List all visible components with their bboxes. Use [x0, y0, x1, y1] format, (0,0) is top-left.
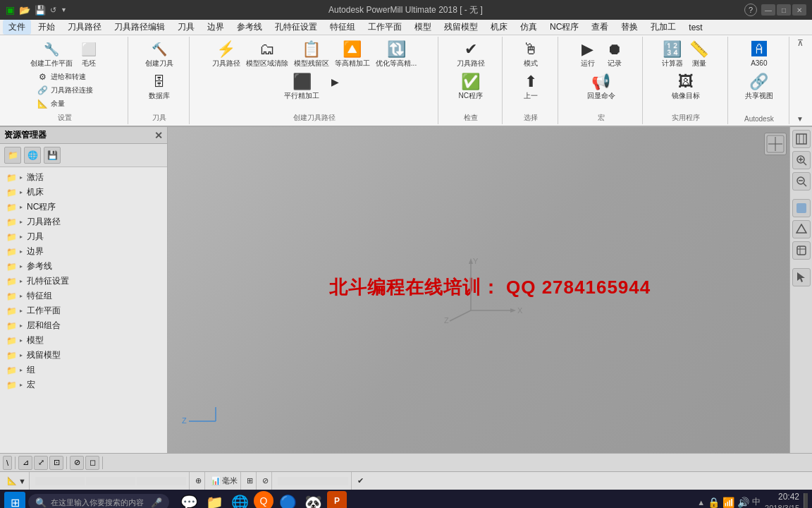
- taskbar-app-panda[interactable]: 🐼: [302, 491, 324, 508]
- status-coord-y[interactable]: [86, 477, 135, 485]
- sidebar-item-activate[interactable]: 📁 ▸ 激活: [0, 170, 167, 185]
- feedrate-button[interactable]: ⚙ 进给和转速: [35, 71, 95, 83]
- menu-simulation[interactable]: 仿真: [515, 20, 543, 35]
- menu-boundary[interactable]: 边界: [202, 20, 230, 35]
- mirror-button[interactable]: 🖼 镜像目标: [670, 71, 702, 102]
- zoom-in-button[interactable]: [792, 151, 811, 169]
- menu-feature-group[interactable]: 特征组: [324, 20, 361, 35]
- menu-toolpath-edit[interactable]: 刀具路径编辑: [109, 20, 171, 35]
- calculator-button[interactable]: 🔢 计算器: [660, 38, 685, 69]
- model-stock-area-button[interactable]: 📋 模型残留区: [292, 38, 331, 69]
- prev-button[interactable]: ⬆ 上一: [518, 71, 543, 102]
- maximize-button[interactable]: □: [777, 4, 791, 16]
- sidebar-close-button[interactable]: ✕: [154, 130, 163, 141]
- sidebar-toolbar-folder-icon[interactable]: 📁: [4, 147, 21, 164]
- draw-line-button[interactable]: \: [3, 456, 12, 470]
- sidebar-item-stock-model[interactable]: 📁 ▸ 残留模型: [0, 348, 167, 363]
- menu-tool[interactable]: 刀具: [172, 20, 200, 35]
- menu-workplane[interactable]: 工作平面: [362, 20, 407, 35]
- menu-file[interactable]: 文件: [3, 20, 31, 35]
- share-view-button[interactable]: 🔗 共享视图: [743, 71, 775, 102]
- viewport[interactable]: 北斗编程在线培训： QQ 2784165944 Y X Z Z: [168, 127, 812, 453]
- menu-hole-feature[interactable]: 孔特征设置: [269, 20, 323, 35]
- optimize-contour-button[interactable]: 🔃 优化等高精...: [374, 38, 419, 69]
- sidebar-toolbar-web-icon[interactable]: 🌐: [24, 147, 41, 164]
- menu-toolpath[interactable]: 刀具路径: [62, 20, 107, 35]
- check-toolpath-button[interactable]: ✔ 刀具路径: [455, 38, 487, 69]
- menu-nc-program[interactable]: NC程序: [544, 20, 584, 35]
- sidebar-item-nc-program[interactable]: 📁 ▸ NC程序: [0, 200, 167, 214]
- mode-button[interactable]: 🖱 模式: [518, 38, 543, 69]
- solid-view-button[interactable]: [792, 241, 811, 260]
- minimize-button[interactable]: —: [761, 4, 775, 16]
- sidebar-item-workplane[interactable]: 📁 ▸ 工作平面: [0, 303, 167, 318]
- toolpath-button[interactable]: ⚡ 刀具路径: [210, 38, 242, 69]
- zoom-out-button[interactable]: [792, 172, 811, 190]
- menu-stock-model[interactable]: 残留模型: [438, 20, 484, 35]
- status-coord-x[interactable]: [35, 477, 85, 485]
- record-macro-button[interactable]: ⏺ 记录: [602, 38, 627, 69]
- sidebar-item-reference[interactable]: 📁 ▸ 参考线: [0, 259, 167, 274]
- taskbar-app-chat[interactable]: 💬: [178, 491, 200, 508]
- create-workplane-button[interactable]: 🔧 创建工作平面: [28, 38, 75, 69]
- wireframe-view-button[interactable]: [792, 220, 811, 238]
- draw-btn-2[interactable]: ⊿: [18, 456, 32, 470]
- menu-reference[interactable]: 参考线: [231, 20, 268, 35]
- start-button[interactable]: ⊞: [4, 492, 25, 508]
- check-nc-button[interactable]: ✅ NC程序: [457, 71, 485, 102]
- status-input-field[interactable]: [278, 477, 348, 485]
- taskbar-search-box[interactable]: 🔍 在这里输入你要搜索的内容 🎤: [28, 494, 169, 508]
- draw-btn-6[interactable]: ◻: [85, 456, 99, 470]
- sidebar-item-layer-group[interactable]: 📁 ▸ 层和组合: [0, 318, 167, 333]
- zoom-fit-button[interactable]: [792, 130, 811, 148]
- close-button[interactable]: ✕: [792, 4, 806, 16]
- contour-finish-button[interactable]: 🔼 等高精加工: [333, 38, 372, 69]
- echo-command-button[interactable]: 📢 回显命令: [585, 71, 617, 102]
- measure-button[interactable]: 📏 测量: [687, 38, 712, 69]
- taskbar-app-ie[interactable]: 🔵: [276, 491, 299, 508]
- ribbon-options-icon[interactable]: ▼: [791, 115, 809, 123]
- status-coord-z[interactable]: [137, 477, 186, 485]
- sidebar-item-macro[interactable]: 📁 ▸ 宏: [0, 377, 167, 392]
- menu-view[interactable]: 查看: [586, 20, 614, 35]
- sidebar-toolbar-save-icon[interactable]: 💾: [44, 147, 61, 164]
- parallel-finish-button[interactable]: ⬛ 平行精加工: [282, 71, 321, 102]
- a360-button[interactable]: 🅰 A360: [746, 38, 772, 69]
- sidebar-item-feature-group[interactable]: 📁 ▸ 特征组: [0, 289, 167, 303]
- toolpath-connect-button[interactable]: 🔗 刀具路径连接: [35, 84, 95, 97]
- menu-start[interactable]: 开始: [32, 20, 61, 35]
- sidebar-item-model[interactable]: 📁 ▸ 模型: [0, 333, 167, 348]
- quick-access-save-icon[interactable]: 💾: [35, 5, 46, 16]
- sidebar-item-toolpath[interactable]: 📁 ▸ 刀具路径: [0, 214, 167, 229]
- menu-hole-machining[interactable]: 孔加工: [645, 20, 682, 35]
- draw-btn-5[interactable]: ⊘: [70, 456, 84, 470]
- taskbar-app-qq[interactable]: Q: [254, 491, 273, 508]
- draw-btn-4[interactable]: ⊡: [49, 456, 63, 470]
- menu-machine[interactable]: 机床: [485, 20, 513, 35]
- menu-model[interactable]: 模型: [409, 20, 437, 35]
- menu-test[interactable]: test: [683, 21, 708, 34]
- database-button[interactable]: 🗄 数据库: [147, 71, 172, 102]
- show-desktop-button[interactable]: [804, 493, 808, 508]
- ribbon-collapse-icon[interactable]: ⊼: [791, 38, 809, 48]
- sidebar-item-tool[interactable]: 📁 ▸ 刀具: [0, 229, 167, 244]
- quick-access-dropdown-icon[interactable]: ▼: [61, 6, 67, 13]
- help-icon[interactable]: ?: [744, 4, 757, 16]
- shaded-view-button[interactable]: [792, 199, 811, 217]
- sidebar-item-machine[interactable]: 📁 ▸ 机床: [0, 185, 167, 200]
- menu-replace[interactable]: 替换: [615, 20, 644, 35]
- sidebar-item-boundary[interactable]: 📁 ▸ 边界: [0, 244, 167, 259]
- draw-btn-3[interactable]: ⤢: [34, 456, 48, 470]
- stock-button[interactable]: ⬜ 毛坯: [76, 38, 102, 69]
- taskbar-app-edge[interactable]: 🌐: [228, 491, 251, 508]
- sidebar-item-hole-feature[interactable]: 📁 ▸ 孔特征设置: [0, 274, 167, 289]
- taskbar-app-powermill[interactable]: P: [327, 491, 347, 508]
- quick-access-undo-icon[interactable]: ↺: [50, 6, 56, 15]
- sidebar-item-group[interactable]: 📁 ▸ 组: [0, 363, 167, 377]
- tray-up-arrow-icon[interactable]: ▲: [697, 498, 705, 507]
- quick-access-open-icon[interactable]: 📂: [19, 5, 30, 16]
- create-tool-button[interactable]: 🔨 创建刀具: [143, 38, 176, 69]
- status-mode-dropdown[interactable]: ▼: [18, 477, 26, 485]
- select-cursor-button[interactable]: [792, 268, 811, 286]
- margin-button[interactable]: 📐 余量: [35, 97, 95, 110]
